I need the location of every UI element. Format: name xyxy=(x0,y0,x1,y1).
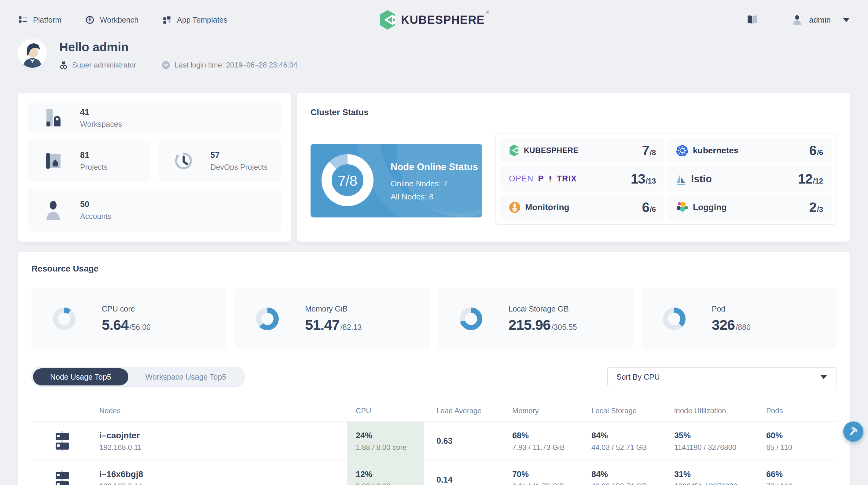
online-nodes-label: Online Nodes: 7 xyxy=(391,179,482,188)
chevron-down-icon xyxy=(820,375,827,379)
user-icon xyxy=(793,15,802,25)
monitoring-prometheus-icon xyxy=(509,201,521,213)
kubesphere-icon xyxy=(509,144,519,156)
component-ready-count: 12 xyxy=(798,171,812,187)
brand-trademark: ® xyxy=(486,10,489,15)
gauge-cpu: CPU core 5.64 /56.00 xyxy=(31,288,226,349)
tab-workspace-usage-top5[interactable]: Workspace Usage Top5 xyxy=(128,368,244,385)
pods-detail: 72 / 110 xyxy=(766,482,837,485)
storage-percent: 84% xyxy=(591,470,662,479)
component-total-count: /13 xyxy=(646,177,656,185)
platform-icon xyxy=(18,15,28,25)
component-total-count: /12 xyxy=(813,177,823,185)
workbench-gauge-icon xyxy=(85,15,94,25)
chevron-down-icon xyxy=(843,18,850,22)
summary-tile-devops[interactable]: 57 DevOps Projects xyxy=(159,139,281,182)
openpitrix-logotype: OPENPTRIX xyxy=(509,174,577,184)
cluster-status-card: Cluster Status 7/8 Node Online Status On… xyxy=(298,93,850,241)
app-templates-grid-icon xyxy=(162,15,172,25)
storage-percent: 84% xyxy=(591,431,662,441)
component-ready-count: 7 xyxy=(642,143,649,158)
devops-label: DevOps Projects xyxy=(211,163,268,172)
accounts-icon xyxy=(44,200,62,220)
exclamation-glyph xyxy=(549,175,552,183)
component-ready-count: 6 xyxy=(809,143,816,158)
pod-donut-chart xyxy=(663,308,685,330)
gauge-used: 5.64 xyxy=(102,316,128,333)
cluster-status-title: Cluster Status xyxy=(311,107,837,117)
avatar-illustration-icon xyxy=(18,40,46,68)
avatar[interactable] xyxy=(18,40,46,68)
col-pods: Pods xyxy=(754,407,837,415)
gauge-total: /880 xyxy=(736,323,751,332)
gauge-total: /82.13 xyxy=(340,323,362,332)
col-nodes: Nodes xyxy=(99,407,347,415)
gauge-memory: Memory GiB 51.47 /82.13 xyxy=(235,288,430,349)
accounts-count: 50 xyxy=(80,200,112,209)
component-ready-count: 2 xyxy=(809,200,816,215)
component-kubesphere: KUBESPHERE 7 /8 xyxy=(500,138,664,163)
documentation-button[interactable] xyxy=(747,15,758,25)
col-memory: Memory xyxy=(500,407,579,415)
projects-count: 81 xyxy=(80,151,107,160)
nav-item-platform[interactable]: Platform xyxy=(18,15,61,25)
kubernetes-icon xyxy=(676,144,688,157)
table-row[interactable]: i–caojnter 192.168.0.11 24% 1.88 / 8.00 … xyxy=(31,421,837,460)
inode-percent: 35% xyxy=(674,431,754,441)
node-name[interactable]: i–caojnter xyxy=(99,431,347,441)
page-title: Hello admin xyxy=(59,40,298,54)
gauge-used: 215.96 xyxy=(508,316,551,333)
projects-icon xyxy=(44,151,62,171)
accounts-label: Accounts xyxy=(80,212,112,221)
resource-usage-title: Resource Usage xyxy=(31,264,837,273)
workspaces-label: Workspaces xyxy=(80,120,122,129)
summary-card: 41 Workspaces 81 xyxy=(18,93,291,241)
brand-logo[interactable]: KUBESPHERE® xyxy=(379,10,489,30)
nav-right: admin xyxy=(747,15,850,25)
gauge-total: /56.00 xyxy=(129,323,151,332)
component-monitoring: Monitoring 6 /6 xyxy=(500,195,664,220)
toolbox-fab-button[interactable] xyxy=(843,421,863,442)
inode-percent: 31% xyxy=(674,470,754,479)
node-ip: 192.168.0.11 xyxy=(99,443,347,452)
istio-icon xyxy=(676,173,686,185)
nav-item-app-templates[interactable]: App Templates xyxy=(162,15,227,25)
hammer-icon xyxy=(847,426,859,438)
node-ip: 192.168.0.14 xyxy=(99,482,347,485)
col-local-storage: Local Storage xyxy=(579,407,662,415)
component-kubernetes: kubernetes 6 /6 xyxy=(668,138,832,163)
col-cpu: CPU xyxy=(347,407,424,415)
component-total-count: /3 xyxy=(817,205,823,214)
memory-donut-chart xyxy=(256,308,279,330)
pods-percent: 60% xyxy=(766,431,837,441)
gauge-used: 51.47 xyxy=(305,316,340,333)
storage-donut-chart xyxy=(460,308,482,330)
usage-tabs: Node Usage Top5 Workspace Usage Top5 xyxy=(31,367,245,387)
nav-item-workbench[interactable]: Workbench xyxy=(85,15,138,25)
table-header: Nodes CPU Load Average Memory Local Stor… xyxy=(31,400,837,421)
node-name[interactable]: i–16x6bgj8 xyxy=(99,470,347,479)
component-logging: Logging 2 /3 xyxy=(668,195,832,220)
nav-item-label: Workbench xyxy=(100,15,138,25)
table-row[interactable]: i–16x6bgj8 192.168.0.14 12% 0.93 / 8.00 … xyxy=(31,460,837,485)
component-istio: Istio 12 /12 xyxy=(668,166,832,192)
node-usage-table: Nodes CPU Load Average Memory Local Stor… xyxy=(31,400,837,485)
kubesphere-hexagon-icon xyxy=(379,10,396,30)
component-name-part: TRIX xyxy=(557,174,577,184)
sort-by-select[interactable]: Sort By CPU xyxy=(607,367,837,386)
summary-tile-projects[interactable]: 81 Projects xyxy=(28,139,151,182)
user-menu[interactable]: admin xyxy=(793,15,850,25)
nav-item-label: Platform xyxy=(33,15,61,25)
gauge-label: Pod xyxy=(712,304,751,313)
memory-detail: 7.93 / 11.73 GiB xyxy=(512,443,579,452)
tab-node-usage-top5[interactable]: Node Usage Top5 xyxy=(33,368,128,385)
component-total-count: /6 xyxy=(650,205,656,214)
gauge-pod: Pod 326 /880 xyxy=(642,288,837,349)
memory-detail: 8.11 / 11.73 GiB xyxy=(512,482,579,485)
summary-tile-accounts[interactable]: 50 Accounts xyxy=(28,189,281,231)
summary-tile-workspaces[interactable]: 41 Workspaces xyxy=(28,103,281,133)
col-load-average: Load Average xyxy=(424,407,500,415)
component-name: Istio xyxy=(691,173,712,185)
memory-percent: 70% xyxy=(512,470,579,479)
last-login-label: Last login time: 2019–06–28 23:46:04 xyxy=(175,61,298,69)
